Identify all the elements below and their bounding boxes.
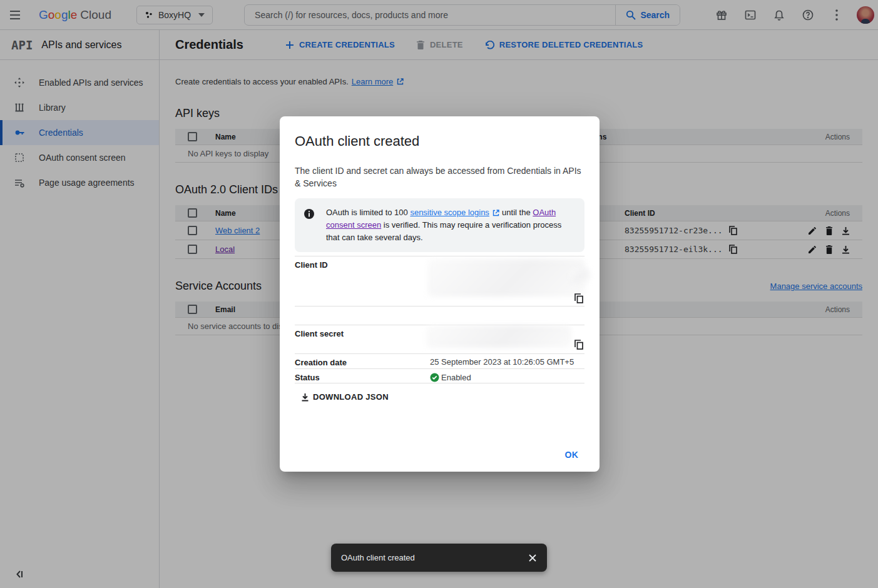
status-label: Status — [295, 369, 430, 383]
notice-part2: until the — [500, 208, 533, 217]
oauth-client-created-dialog: OAuth client created The client ID and s… — [280, 116, 600, 472]
status-badge: Enabled — [441, 373, 471, 382]
client-id-row: Client ID — [295, 256, 584, 306]
redacted-client-id — [570, 269, 590, 283]
creation-date-value: 25 September 2023 at 10:26:05 GMT+5 — [430, 354, 584, 368]
client-secret-label: Client secret — [295, 325, 430, 353]
ok-button[interactable]: OK — [560, 446, 584, 464]
snackbar-text: OAuth client created — [341, 553, 528, 562]
credential-fields: Client ID Client secret — [295, 256, 584, 383]
spacer-row — [295, 306, 584, 325]
notice-part1: OAuth is limited to 100 — [326, 208, 410, 217]
check-circle-icon — [430, 373, 439, 382]
dialog-title: OAuth client created — [295, 133, 584, 150]
info-icon — [304, 206, 315, 244]
client-id-label: Client ID — [295, 256, 430, 306]
dialog-subtitle: The client ID and secret can always be a… — [295, 165, 584, 190]
close-icon[interactable] — [528, 554, 537, 562]
download-icon — [301, 393, 309, 402]
creation-date-label: Creation date — [295, 354, 430, 368]
verification-notice: OAuth is limited to 100 sensitive scope … — [295, 198, 584, 252]
creation-date-row: Creation date 25 September 2023 at 10:26… — [295, 353, 584, 368]
redacted-client-secret — [426, 325, 571, 348]
google-cloud-console: Google Cloud BoxyHQ Search — [0, 0, 878, 588]
redacted-client-id — [427, 259, 585, 297]
notice-text: OAuth is limited to 100 sensitive scope … — [326, 206, 574, 244]
status-row: Status Enabled — [295, 368, 584, 383]
copy-icon[interactable] — [574, 340, 583, 350]
download-json-button[interactable]: DOWNLOAD JSON — [295, 388, 395, 405]
snackbar: OAuth client created — [331, 544, 547, 572]
client-secret-row: Client secret — [295, 325, 584, 353]
copy-icon[interactable] — [574, 293, 583, 303]
download-json-label: DOWNLOAD JSON — [313, 392, 389, 402]
external-link-icon — [493, 210, 499, 216]
sensitive-scope-logins-link[interactable]: sensitive scope logins — [410, 208, 489, 217]
